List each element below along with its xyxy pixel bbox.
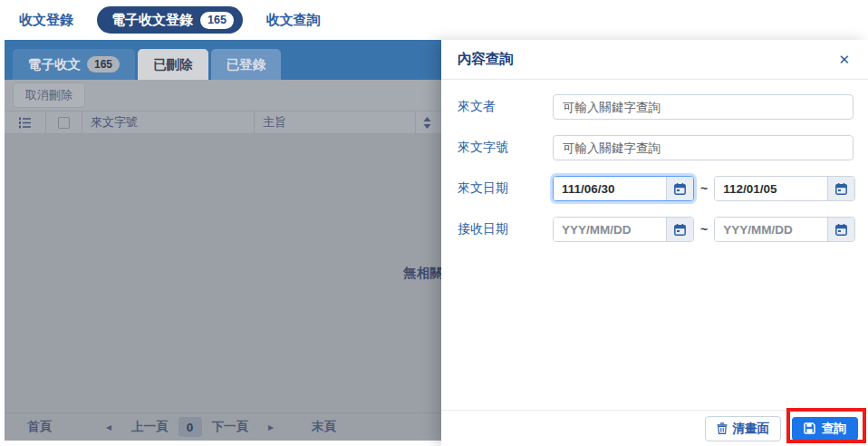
calendar-button[interactable] [827, 177, 854, 200]
count-badge: 165 [200, 12, 234, 29]
date-range-separator: ~ [700, 222, 708, 237]
tab-electronic-receipt[interactable]: 電子收文 165 [13, 49, 135, 80]
tab-label: 電子收文 [28, 56, 81, 73]
form-row-doc-number: 來文字號 [458, 135, 854, 160]
calendar-button[interactable] [666, 177, 693, 200]
trash-icon [717, 422, 728, 434]
pagination-next-arrow-icon[interactable]: ▸ [268, 421, 274, 433]
receive-date-label: 接收日期 [458, 221, 553, 238]
calendar-icon [835, 224, 847, 236]
tab-deleted[interactable]: 已刪除 [138, 49, 208, 80]
calendar-button[interactable] [827, 218, 854, 241]
doc-date-from-group [553, 176, 694, 201]
search-button[interactable]: 查詢 [792, 417, 858, 441]
page: 收文登錄 電子收文登錄 165 收文查詢 電子收文 165 已刪除 已登錄 取消… [0, 0, 868, 446]
pagination-next-button[interactable]: 下一頁 [212, 419, 249, 435]
receive-date-from-input[interactable] [554, 218, 666, 241]
calendar-button[interactable] [666, 218, 693, 241]
query-panel-footer: 清畫面 查詢 [441, 410, 868, 446]
nav-item-label: 電子收文登錄 [111, 12, 193, 29]
clear-screen-label: 清畫面 [733, 421, 770, 437]
receive-date-from-group [553, 217, 694, 242]
date-range-separator: ~ [700, 181, 708, 196]
pagination-current-page[interactable]: 0 [178, 417, 202, 437]
calendar-icon [674, 183, 686, 195]
doc-date-to-input[interactable] [715, 177, 827, 200]
query-panel-body: 來文者 來文字號 來文日期 [441, 80, 868, 410]
pagination-first-button[interactable]: 首頁 [27, 419, 52, 435]
content-query-panel: 內容查詢 ✕ 來文者 來文字號 來文日期 [441, 40, 868, 446]
column-doc-number[interactable]: 來文字號 [82, 112, 255, 133]
search-button-label: 查詢 [822, 421, 846, 437]
form-row-receive-date: 接收日期 ~ [458, 217, 854, 242]
sender-input[interactable] [553, 94, 854, 120]
doc-date-from-input[interactable] [554, 177, 666, 200]
pagination-prev-button[interactable]: 上一頁 [131, 419, 169, 435]
sort-icon [423, 117, 431, 129]
column-subject[interactable]: 主旨 [255, 112, 416, 133]
nav-item-receipt-register[interactable]: 收文登錄 [19, 12, 73, 29]
query-panel-header: 內容查詢 ✕ [441, 40, 868, 80]
doc-date-to-group [714, 176, 855, 201]
calendar-icon [835, 183, 847, 195]
save-icon [804, 422, 815, 434]
numbered-list-icon [18, 117, 32, 129]
receive-date-to-group [714, 217, 855, 242]
nav-item-electronic-receipt-register[interactable]: 電子收文登錄 165 [97, 6, 243, 34]
select-all-checkbox[interactable] [58, 117, 70, 129]
cancel-delete-button[interactable]: 取消刪除 [13, 82, 85, 108]
doc-number-input[interactable] [553, 135, 854, 160]
calendar-icon [674, 224, 686, 236]
pagination-last-button[interactable]: 末頁 [312, 419, 336, 435]
receive-date-to-input[interactable] [715, 218, 827, 241]
column-row-number [5, 112, 46, 133]
sender-label: 來文者 [458, 99, 553, 115]
column-select-all [46, 112, 82, 133]
query-panel-title: 內容查詢 [458, 50, 514, 69]
doc-date-label: 來文日期 [458, 180, 553, 197]
clear-screen-button[interactable]: 清畫面 [705, 416, 782, 441]
form-row-doc-date: 來文日期 ~ [458, 176, 854, 201]
doc-number-label: 來文字號 [458, 140, 553, 156]
top-nav: 收文登錄 電子收文登錄 165 收文查詢 [0, 0, 868, 40]
form-row-sender: 來文者 [458, 94, 854, 120]
nav-item-receipt-query[interactable]: 收文查詢 [266, 12, 321, 29]
pagination-prev-arrow-icon[interactable]: ◂ [106, 421, 111, 433]
close-icon[interactable]: ✕ [838, 53, 850, 66]
tab-registered[interactable]: 已登錄 [211, 49, 282, 80]
tab-count-badge: 165 [87, 56, 120, 73]
